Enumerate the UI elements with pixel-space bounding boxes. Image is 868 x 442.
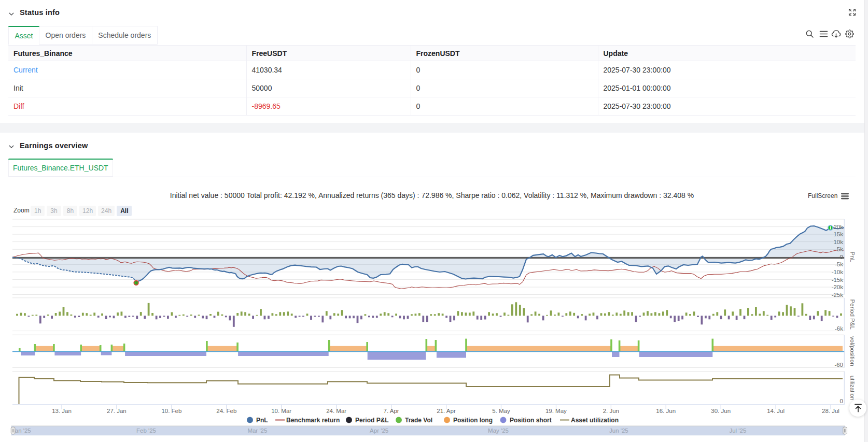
svg-text:PnL: PnL	[256, 417, 268, 424]
svg-text:13. Jan: 13. Jan	[52, 408, 72, 414]
svg-text:May '25: May '25	[488, 427, 509, 434]
svg-text:utilization: utilization	[849, 376, 856, 401]
svg-text:-60: -60	[834, 362, 843, 368]
svg-text:Jul '25: Jul '25	[729, 427, 746, 434]
svg-text:-6k: -6k	[835, 325, 843, 332]
svg-text:Position long: Position long	[453, 417, 493, 424]
svg-text:27. Jan: 27. Jan	[107, 408, 127, 414]
svg-text:10. Feb: 10. Feb	[161, 408, 181, 414]
svg-text:24. Feb: 24. Feb	[216, 408, 236, 414]
svg-text:21. Apr: 21. Apr	[437, 408, 456, 414]
svg-text:14. Jul: 14. Jul	[767, 408, 785, 414]
svg-text:Apr '25: Apr '25	[370, 427, 388, 434]
svg-text:Feb '25: Feb '25	[136, 427, 156, 434]
svg-text:-15k: -15k	[832, 277, 844, 283]
svg-text:Trade Vol: Trade Vol	[405, 417, 432, 424]
svg-text:-5k: -5k	[835, 261, 843, 267]
svg-text:-10k: -10k	[832, 269, 844, 275]
svg-text:-20k: -20k	[832, 284, 844, 290]
svg-text:20k: 20k	[833, 224, 843, 230]
svg-text:Benchmark return: Benchmark return	[286, 417, 340, 424]
svg-text:Mar '25: Mar '25	[247, 427, 267, 434]
svg-text:7. Apr: 7. Apr	[384, 408, 399, 414]
svg-text:-25k: -25k	[832, 292, 844, 298]
svg-text:Period P&L: Period P&L	[849, 300, 856, 330]
svg-text:16. Jun: 16. Jun	[656, 408, 676, 414]
svg-text:vol/position: vol/position	[849, 336, 856, 366]
svg-text:Period P&L: Period P&L	[355, 417, 389, 424]
svg-text:Jun '25: Jun '25	[609, 427, 628, 434]
svg-text:5k: 5k	[837, 246, 843, 252]
svg-text:PnL: PnL	[849, 252, 856, 263]
svg-text:0: 0	[840, 254, 843, 260]
svg-text:15k: 15k	[833, 231, 843, 237]
svg-text:Asset utilization: Asset utilization	[571, 417, 619, 424]
svg-text:30. Jun: 30. Jun	[711, 408, 731, 414]
svg-text:10k: 10k	[833, 239, 843, 245]
svg-text:10. Mar: 10. Mar	[271, 408, 291, 414]
svg-text:19. May: 19. May	[545, 408, 567, 414]
svg-text:Position short: Position short	[510, 417, 552, 424]
svg-text:2. Jun: 2. Jun	[603, 408, 619, 414]
svg-text:28. Jul: 28. Jul	[822, 408, 839, 414]
svg-text:0: 0	[840, 398, 843, 404]
svg-text:5. May: 5. May	[492, 408, 510, 414]
svg-text:24. Mar: 24. Mar	[326, 408, 346, 414]
